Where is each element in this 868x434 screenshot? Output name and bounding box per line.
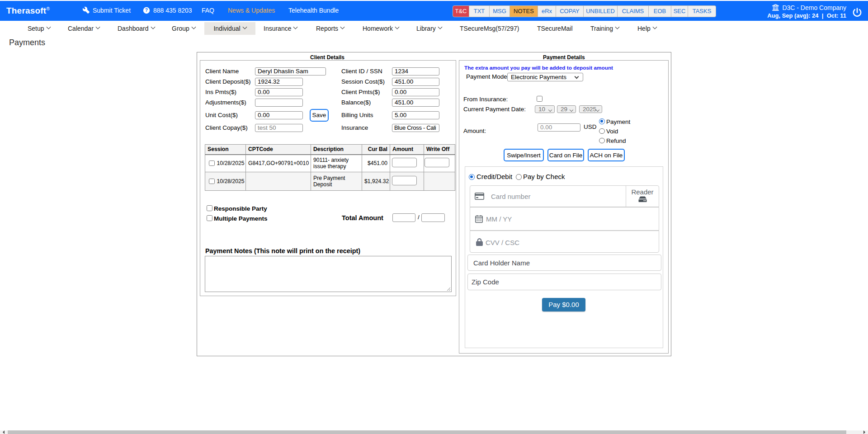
- svg-text:?: ?: [145, 8, 148, 13]
